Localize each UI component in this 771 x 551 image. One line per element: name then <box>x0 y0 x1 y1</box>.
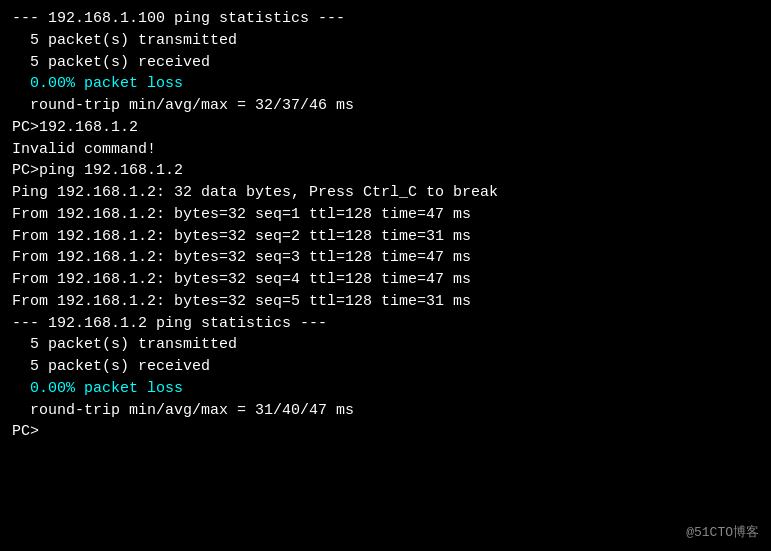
terminal-line: round-trip min/avg/max = 32/37/46 ms <box>12 95 759 117</box>
terminal-line: Invalid command! <box>12 139 759 161</box>
terminal-line: 0.00% packet loss <box>12 73 759 95</box>
terminal-line: Ping 192.168.1.2: 32 data bytes, Press C… <box>12 182 759 204</box>
terminal-line: From 192.168.1.2: bytes=32 seq=2 ttl=128… <box>12 226 759 248</box>
terminal-line: From 192.168.1.2: bytes=32 seq=1 ttl=128… <box>12 204 759 226</box>
terminal-line: 5 packet(s) transmitted <box>12 334 759 356</box>
terminal-line: round-trip min/avg/max = 31/40/47 ms <box>12 400 759 422</box>
terminal-line: 5 packet(s) received <box>12 356 759 378</box>
watermark: @51CTO博客 <box>686 524 759 543</box>
terminal-line: PC> <box>12 421 759 443</box>
terminal: --- 192.168.1.100 ping statistics --- 5 … <box>0 0 771 551</box>
terminal-line: PC>ping 192.168.1.2 <box>12 160 759 182</box>
terminal-line: 0.00% packet loss <box>12 378 759 400</box>
terminal-line: From 192.168.1.2: bytes=32 seq=4 ttl=128… <box>12 269 759 291</box>
terminal-output: --- 192.168.1.100 ping statistics --- 5 … <box>12 8 759 443</box>
terminal-line: 5 packet(s) transmitted <box>12 30 759 52</box>
terminal-line: PC>192.168.1.2 <box>12 117 759 139</box>
terminal-line: From 192.168.1.2: bytes=32 seq=3 ttl=128… <box>12 247 759 269</box>
terminal-line: From 192.168.1.2: bytes=32 seq=5 ttl=128… <box>12 291 759 313</box>
terminal-line: 5 packet(s) received <box>12 52 759 74</box>
terminal-line: --- 192.168.1.2 ping statistics --- <box>12 313 759 335</box>
terminal-line: --- 192.168.1.100 ping statistics --- <box>12 8 759 30</box>
